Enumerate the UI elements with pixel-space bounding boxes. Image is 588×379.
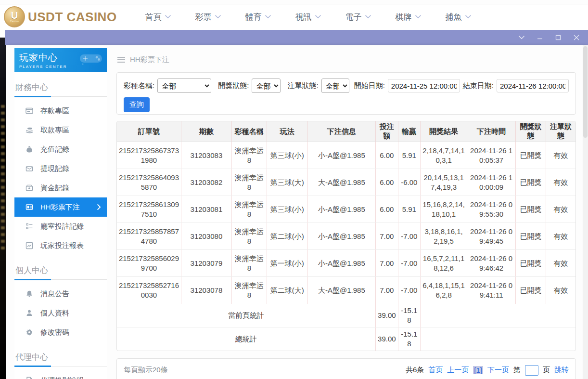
sidebar-item-label: 資金記錄 [40, 183, 69, 193]
coin-letter: U [11, 11, 18, 20]
query-button[interactable]: 查詢 [124, 97, 150, 112]
table-cell-win-loss: -7.00 [398, 277, 420, 304]
column-header-bet-info: 下注信息 [307, 121, 375, 142]
jump-prefix: 第 [513, 366, 521, 375]
page-jump-input[interactable] [525, 365, 538, 376]
sidebar: 玩家中心 PLAYERS CENTER 財務中心 存款專區 取款專區 充值記錄 … [14, 48, 107, 379]
table-cell-period: 31203080 [181, 223, 231, 250]
sidebar-header: 玩家中心 PLAYERS CENTER [14, 48, 107, 72]
jump-link[interactable]: 跳转 [554, 366, 569, 375]
table-cell-order-id: 2152173258578574780 [117, 223, 181, 250]
page-size-text: 每頁顯示20條 [124, 366, 168, 375]
nav-item-fishing[interactable]: 捕魚 [433, 12, 483, 23]
sidebar-item-room-bet-record[interactable]: 廳室投註記錄 [14, 217, 107, 236]
column-header-period: 期數 [181, 121, 231, 142]
nav-label: 視訊 [295, 12, 312, 23]
nav-item-cards[interactable]: 棋牌 [383, 12, 433, 23]
chevron-down-icon [415, 15, 421, 19]
table-cell-bet-time: 2024-11-26 09:49:45 [467, 223, 516, 250]
breadcrumb: HH彩票下注 [117, 54, 576, 65]
table-cell-lottery: 澳洲幸运8 [231, 142, 267, 169]
hamburger-icon[interactable] [117, 57, 125, 63]
next-page-link[interactable]: 下一页 [487, 366, 509, 375]
table-cell-win-loss: 5.91 [398, 142, 420, 169]
table-cell-draw-status: 已開獎 [516, 142, 546, 169]
table-row: 215217325864093587031203082澳洲幸运8第三球(大)大-… [117, 169, 575, 196]
bets-table: 訂單號 期數 彩種名稱 玩法 下注信息 投注額 輸贏 開獎結果 下注時間 開獎狀… [117, 121, 575, 351]
bet-status-select[interactable]: 全部 [321, 78, 349, 93]
nav-item-sports[interactable]: 體育 [233, 12, 283, 23]
table-cell-draw-result: 15,16,8,2,14,18,10,1 [421, 196, 467, 223]
nav-item-lottery[interactable]: 彩票 [183, 12, 233, 23]
sidebar-item-hh-lottery-bets[interactable]: HH彩票下注 [14, 197, 107, 217]
recharge-record-icon [25, 145, 33, 153]
table-cell-order-id: 2152173258560299700 [117, 250, 181, 277]
sidebar-item-funds-record[interactable]: 資金記錄 [14, 178, 107, 197]
column-header-lottery: 彩種名稱 [231, 121, 267, 142]
chevron-down-icon [265, 15, 271, 19]
sidebar-item-profile[interactable]: 個人資料 [14, 303, 107, 323]
table-cell-lottery: 澳洲幸运8 [231, 223, 267, 250]
table-cell-bet-time: 2024-11-26 09:41:11 [467, 277, 516, 304]
table-cell-bet-amount: 7.00 [376, 223, 398, 250]
table-cell-play: 第一球(小) [267, 250, 307, 277]
table-cell-bet-time: 2024-11-26 09:55:30 [467, 196, 516, 223]
table-cell-bet-status: 有效 [546, 142, 575, 169]
end-date-input[interactable] [497, 79, 569, 92]
sidebar-item-agent-rules[interactable]: 代理規則說明 [14, 371, 107, 379]
site-header: U Casino USDT CASINO 首頁 彩票 體育 視訊 電子 棋牌 捕… [0, 0, 588, 30]
sidebar-item-change-password[interactable]: 修改密碼 [14, 323, 107, 342]
total-count: 共6条 [406, 366, 424, 375]
table-cell-draw-status: 已開獎 [516, 223, 546, 250]
lottery-name-select[interactable]: 全部 [157, 78, 211, 93]
page-background-strip [0, 38, 6, 379]
sidebar-item-announcements[interactable]: 消息公告 [14, 284, 107, 303]
nav-label: 捕魚 [446, 12, 462, 23]
start-date-label: 開始日期: [354, 81, 385, 91]
table-cell-bet-info: 小-A盤@1.985 [307, 250, 375, 277]
table-cell-win-loss: -6.00 [398, 169, 420, 196]
start-date-input[interactable] [388, 79, 460, 92]
nav-item-home[interactable]: 首頁 [133, 12, 183, 23]
funds-record-icon [25, 184, 33, 192]
nav-item-video[interactable]: 視訊 [283, 12, 333, 23]
table-row: 215217325867373198031203083澳洲幸运8第三球(小)小-… [117, 142, 575, 169]
footer-panel: 每頁顯示20條 共6条 首页 上一页 [1] 下一页 第 页 跳转 [116, 358, 576, 379]
bell-icon [25, 290, 33, 298]
table-cell-bet-amount: 6.00 [376, 196, 398, 223]
site-logo[interactable]: U Casino USDT CASINO [4, 6, 124, 27]
prev-page-link[interactable]: 上一页 [447, 366, 469, 375]
table-cell-bet-info: 大-A盤@1.985 [307, 277, 375, 304]
table-cell-bet-amount: 6.00 [376, 142, 398, 169]
chevron-down-icon[interactable] [519, 36, 524, 39]
sidebar-item-withdrawal-record[interactable]: 提現記錄 [14, 159, 107, 178]
sidebar-item-recharge-record[interactable]: 充值記錄 [14, 140, 107, 159]
table-row: 215217325852716003031203078澳洲幸运8第二球(大)大-… [117, 277, 575, 304]
sidebar-item-label: 提現記錄 [40, 164, 69, 173]
section-title-agent: 代理中心 [15, 352, 107, 363]
scrollbar-thumb[interactable] [583, 46, 588, 138]
sidebar-item-player-report[interactable]: 玩家投注報表 [14, 236, 107, 255]
sidebar-item-label: HH彩票下注 [40, 203, 80, 212]
sidebar-item-withdraw[interactable]: 取款專區 [14, 120, 107, 140]
column-header-play: 玩法 [267, 121, 307, 142]
table-cell-draw-status: 已開獎 [516, 250, 546, 277]
table-row: 215217325856029970031203079澳洲幸运8第一球(小)小-… [117, 250, 575, 277]
table-cell-bet-amount: 6.00 [376, 169, 398, 196]
draw-status-select[interactable]: 全部 [252, 78, 281, 93]
close-icon[interactable] [574, 35, 579, 40]
nav-label: 首頁 [145, 12, 162, 23]
first-page-link[interactable]: 首页 [428, 366, 443, 375]
page-title: HH彩票下注 [130, 55, 169, 65]
sidebar-item-deposit[interactable]: 存款專區 [14, 101, 107, 120]
minimize-icon[interactable] [537, 35, 543, 40]
sidebar-item-label: 存款專區 [40, 106, 69, 116]
maximize-icon[interactable] [555, 35, 561, 40]
sidebar-item-label: 廳室投註記錄 [40, 222, 84, 231]
table-cell-bet-status: 有效 [546, 250, 575, 277]
table-cell-period: 31203079 [181, 250, 231, 277]
chevron-down-icon [315, 15, 321, 19]
nav-item-slots[interactable]: 電子 [333, 12, 383, 23]
app-window: 玩家中心 PLAYERS CENTER 財務中心 存款專區 取款專區 充值記錄 … [6, 45, 588, 379]
bets-table-panel: 訂單號 期數 彩種名稱 玩法 下注信息 投注額 輸贏 開獎結果 下注時間 開獎狀… [116, 121, 576, 351]
